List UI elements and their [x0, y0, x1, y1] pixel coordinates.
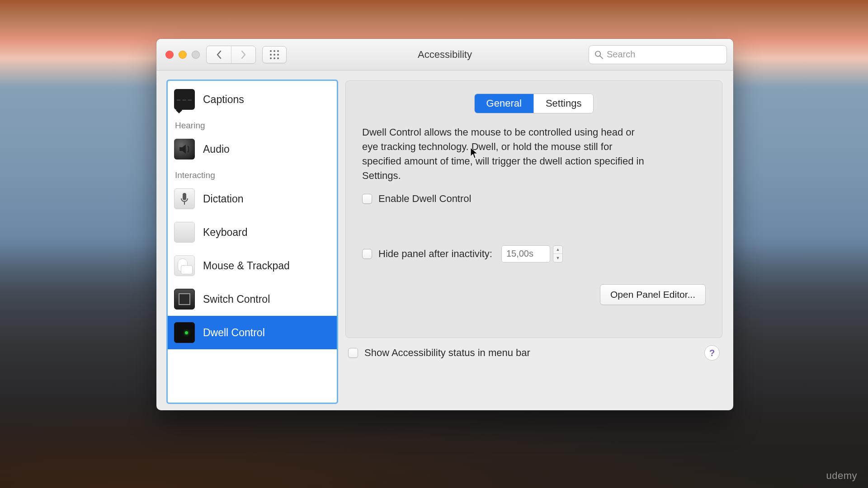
chevron-right-icon — [241, 50, 247, 59]
enable-dwell-label: Enable Dwell Control — [378, 193, 471, 205]
content-area: — — — Captions Hearing Audio Interacting… — [156, 70, 733, 410]
help-button[interactable]: ? — [704, 345, 720, 361]
show-all-button[interactable] — [262, 46, 287, 63]
grid-icon — [269, 50, 279, 60]
status-menubar-checkbox[interactable] — [348, 348, 358, 358]
hide-panel-checkbox[interactable] — [362, 249, 372, 259]
svg-point-8 — [277, 57, 279, 59]
sidebar-item-keyboard[interactable]: Keyboard — [168, 216, 337, 249]
nav-back-forward — [206, 46, 256, 64]
sidebar-item-captions[interactable]: — — — Captions — [168, 83, 337, 116]
keyboard-icon — [174, 222, 195, 243]
svg-line-10 — [600, 56, 603, 58]
hide-panel-row: Hide panel after inactivity: ▲ ▼ — [362, 245, 706, 263]
sidebar-item-label: Audio — [203, 143, 230, 155]
duration-stepper[interactable]: ▲ ▼ — [553, 245, 563, 263]
svg-point-5 — [277, 54, 279, 56]
svg-point-3 — [270, 54, 272, 56]
search-input[interactable] — [607, 49, 721, 60]
enable-dwell-checkbox[interactable] — [362, 194, 372, 204]
sidebar-item-dictation[interactable]: Dictation — [168, 182, 337, 216]
svg-point-0 — [270, 50, 272, 52]
svg-point-6 — [270, 57, 272, 59]
close-window-icon[interactable] — [165, 51, 174, 59]
dwell-description: Dwell Control allows the mouse to be con… — [362, 125, 651, 183]
mouse-trackpad-icon — [174, 255, 195, 276]
back-button[interactable] — [207, 46, 231, 63]
forward-button[interactable] — [231, 46, 255, 63]
svg-point-2 — [277, 50, 279, 52]
category-sidebar[interactable]: — — — Captions Hearing Audio Interacting… — [167, 80, 337, 403]
sidebar-item-label: Switch Control — [203, 293, 270, 305]
sidebar-item-label: Dwell Control — [203, 327, 265, 339]
footer-row: Show Accessibility status in menu bar ? — [345, 338, 722, 361]
inactivity-duration-field[interactable] — [501, 245, 550, 263]
detail-pane: General Settings Dwell Control allows th… — [345, 80, 722, 403]
switch-control-icon — [174, 289, 195, 310]
speaker-icon — [174, 139, 195, 160]
zoom-window-icon[interactable] — [192, 51, 200, 59]
microphone-icon — [174, 188, 195, 209]
tab-settings[interactable]: Settings — [533, 94, 594, 113]
tab-bar: General Settings — [362, 94, 706, 113]
sidebar-item-dwell-control[interactable]: Dwell Control — [168, 316, 337, 349]
group-heading-hearing: Hearing — [168, 116, 337, 132]
traffic-lights — [165, 51, 200, 59]
minimize-window-icon[interactable] — [179, 51, 187, 59]
dwell-control-icon — [174, 322, 195, 343]
sidebar-item-audio[interactable]: Audio — [168, 132, 337, 166]
svg-point-7 — [274, 57, 275, 59]
svg-rect-11 — [183, 193, 186, 200]
svg-point-1 — [274, 50, 275, 52]
open-panel-editor-button[interactable]: Open Panel Editor... — [600, 284, 706, 305]
captions-icon: — — — — [174, 89, 195, 110]
chevron-left-icon — [216, 50, 222, 59]
svg-point-9 — [595, 51, 600, 56]
titlebar: Accessibility — [156, 39, 733, 70]
tab-general[interactable]: General — [475, 94, 533, 113]
hide-panel-label: Hide panel after inactivity: — [378, 248, 492, 260]
search-icon — [594, 50, 603, 59]
search-field[interactable] — [589, 45, 727, 64]
sidebar-item-label: Captions — [203, 94, 244, 106]
stepper-up-icon[interactable]: ▲ — [553, 246, 562, 254]
dwell-panel: General Settings Dwell Control allows th… — [345, 80, 722, 338]
sidebar-item-label: Mouse & Trackpad — [203, 260, 290, 272]
status-menubar-label: Show Accessibility status in menu bar — [364, 347, 530, 359]
group-heading-interacting: Interacting — [168, 166, 337, 182]
stepper-down-icon[interactable]: ▼ — [553, 253, 562, 262]
sidebar-item-label: Dictation — [203, 193, 243, 205]
enable-dwell-row[interactable]: Enable Dwell Control — [362, 193, 706, 205]
sidebar-item-label: Keyboard — [203, 226, 247, 239]
preferences-window: Accessibility — — — Captions Hearing Aud… — [156, 39, 733, 410]
sidebar-item-switch-control[interactable]: Switch Control — [168, 282, 337, 316]
sidebar-item-mouse-trackpad[interactable]: Mouse & Trackpad — [168, 249, 337, 282]
watermark: udemy — [826, 470, 857, 482]
svg-point-4 — [274, 54, 275, 56]
